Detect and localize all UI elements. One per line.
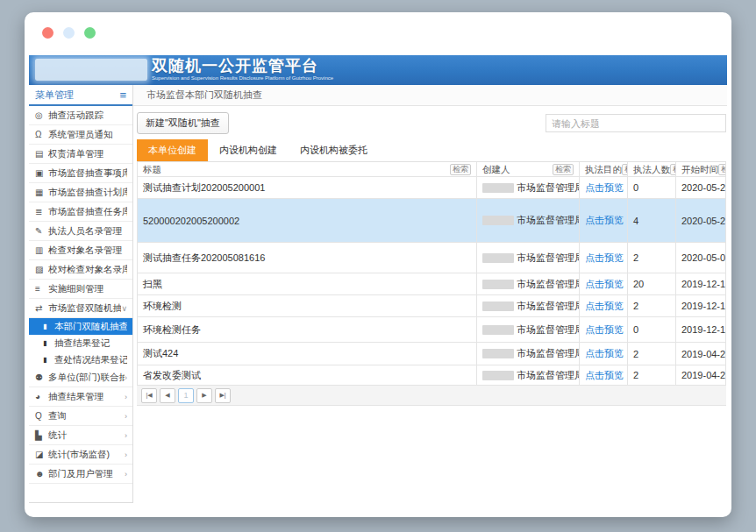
chevron-down-icon: ∨ — [121, 304, 127, 313]
cell-start-date: 2020-05-08 — [676, 243, 725, 273]
creator-name: 市场监督管理局 — [517, 323, 580, 337]
first-page-button[interactable]: |◀ — [141, 388, 157, 403]
table-row[interactable]: 省发改委测试市场监督管理局点击预览22019-04-22 — [138, 365, 725, 386]
sidebar-item-label: 市场监督双随机抽查 — [48, 302, 121, 315]
sidebar-item-市场监督抽查任务库[interactable]: ≣市场监督抽查任务库 — [29, 202, 132, 222]
app-title: 双随机一公开监管平台 — [152, 56, 333, 75]
sidebar-item-部门及用户管理[interactable]: ☻部门及用户管理› — [29, 465, 132, 484]
sidebar-item-label: 查询 — [48, 410, 125, 422]
cell-creator: 市场监督管理局 — [477, 317, 580, 342]
last-page-button[interactable]: ▶| — [215, 388, 231, 403]
cell-purpose: 点击预览 — [580, 199, 628, 242]
creator-name: 市场监督管理局 — [517, 252, 580, 265]
blurred-creator-prefix — [482, 301, 514, 311]
cell-creator: 市场监督管理局 — [477, 273, 580, 294]
tab-内设机构创建[interactable]: 内设机构创建 — [208, 139, 289, 161]
sidebar-item-label: 抽查结果登记 — [54, 337, 127, 350]
table-row[interactable]: 环境检测任务市场监督管理局点击预览02019-12-11 — [138, 317, 725, 343]
bell-icon: Ω — [35, 130, 48, 139]
blurred-creator-prefix — [482, 183, 514, 193]
sidebar-item-label: 统计(市场监督) — [48, 449, 125, 461]
zoom-button[interactable] — [84, 27, 96, 39]
table-header-row: 标题检索创建人检索执法目的检索执法人数检索开始时间检索 — [138, 162, 725, 177]
next-page-button[interactable]: ▶ — [196, 388, 212, 403]
document-icon: ▣ — [35, 168, 48, 178]
cell-start-date: 2019-04-24 — [676, 343, 725, 365]
preview-link[interactable]: 点击预览 — [585, 369, 624, 382]
sidebar-item-市场监督抽查计划库[interactable]: ▦市场监督抽查计划库 — [29, 183, 132, 202]
preview-link[interactable]: 点击预览 — [585, 214, 624, 227]
sidebar-item-查询[interactable]: Q查询› — [29, 407, 132, 426]
preview-link[interactable]: 点击预览 — [585, 181, 624, 195]
creator-name: 市场监督管理局 — [517, 181, 580, 195]
cell-officers: 20 — [628, 273, 676, 294]
app-title-block: 双随机一公开监管平台 Supervision and Supervision R… — [152, 56, 333, 82]
table-row[interactable]: 测试抽查任务202005081616市场监督管理局点击预览22020-05-08 — [138, 243, 725, 273]
table-row[interactable]: 测试424市场监督管理局点击预览22019-04-24 — [138, 343, 725, 365]
rules-icon: ≡ — [35, 284, 48, 294]
sidebar-item-抽查结果登记[interactable]: ▮抽查结果登记 — [29, 335, 132, 351]
preview-link[interactable]: 点击预览 — [585, 252, 624, 265]
tracking-icon: ◎ — [35, 110, 48, 120]
minimize-button[interactable] — [63, 27, 75, 39]
filter-badge[interactable]: 检索 — [622, 164, 628, 175]
filter-badge[interactable]: 检索 — [450, 164, 471, 175]
preview-link[interactable]: 点击预览 — [585, 278, 624, 291]
sidebar-item-权责清单管理[interactable]: ▤权责清单管理 — [29, 145, 132, 164]
sidebar-item-统计[interactable]: ▙统计› — [29, 426, 132, 445]
table-row[interactable]: 环境检测市场监督管理局点击预览22019-12-11 — [138, 295, 725, 317]
sidebar-item-抽查结果管理[interactable]: ◕抽查结果管理› — [29, 387, 132, 407]
cell-creator: 市场监督管理局 — [477, 199, 580, 242]
sidebar-item-多单位(部门)联合抽查[interactable]: ⚉多单位(部门)联合抽查› — [29, 368, 132, 387]
sidebar-item-检查对象名录管理[interactable]: ▥检查对象名录管理 — [29, 241, 132, 260]
cell-officers: 2 — [628, 343, 676, 365]
close-button[interactable] — [42, 27, 53, 39]
tool-icon: ✎ — [35, 226, 48, 236]
file-icon: ▮ — [43, 356, 54, 364]
column-header-标题: 标题检索 — [138, 162, 477, 176]
cell-title: 测试424 — [138, 343, 477, 365]
sidebar-item-校对检查对象名录库[interactable]: ▨校对检查对象名录库 — [29, 260, 132, 280]
sidebar-item-统计(市场监督)[interactable]: ◪统计(市场监督)› — [29, 445, 132, 465]
sidebar-item-系统管理员通知[interactable]: Ω系统管理员通知 — [29, 125, 132, 145]
cell-title: 环境检测任务 — [138, 317, 477, 342]
preview-link[interactable]: 点击预览 — [585, 300, 624, 313]
table-row[interactable]: 扫黑市场监督管理局点击预览202019-12-12 — [138, 273, 725, 295]
tab-内设机构被委托[interactable]: 内设机构被委托 — [289, 139, 379, 161]
filter-badge[interactable]: 检索 — [670, 164, 676, 175]
tab-本单位创建[interactable]: 本单位创建 — [137, 139, 208, 161]
filter-badge[interactable]: 检索 — [718, 164, 725, 175]
current-page-button[interactable]: 1 — [178, 388, 194, 403]
blurred-logo-area — [35, 59, 147, 81]
pie-chart-icon: ◕ — [35, 392, 48, 401]
previous-page-button[interactable]: ◀ — [160, 388, 175, 403]
hamburger-icon[interactable]: ≡ — [119, 89, 126, 101]
blurred-creator-prefix — [482, 349, 514, 358]
sidebar-item-执法人员名录管理[interactable]: ✎执法人员名录管理 — [29, 222, 132, 241]
sidebar-item-查处情况结果登记[interactable]: ▮查处情况结果登记 — [29, 351, 132, 368]
column-header-执法人数: 执法人数检索 — [628, 162, 676, 176]
cell-purpose: 点击预览 — [580, 295, 628, 316]
preview-link[interactable]: 点击预览 — [585, 323, 624, 337]
blurred-creator-prefix — [482, 325, 514, 335]
sidebar-item-市场监督抽查事项库[interactable]: ▣市场监督抽查事项库 — [29, 164, 132, 183]
sidebar-item-市场监督双随机抽查[interactable]: ⇄市场监督双随机抽查∨ — [29, 299, 132, 318]
creator-name: 市场监督管理局 — [517, 278, 580, 291]
filter-badge[interactable]: 检索 — [553, 164, 574, 175]
blurred-creator-prefix — [482, 371, 514, 380]
table-row[interactable]: 测试抽查计划202005200001市场监督管理局点击预览02020-05-20 — [138, 177, 725, 199]
table-row[interactable]: 520000202005200002市场监督管理局点击预览42020-05-20 — [138, 199, 725, 243]
sidebar-item-本部门双随机抽查[interactable]: ▮本部门双随机抽查 — [29, 318, 132, 335]
sidebar-item-实施细则管理[interactable]: ≡实施细则管理 — [29, 280, 132, 299]
chevron-right-icon: › — [125, 470, 127, 479]
title-search-input[interactable] — [546, 114, 726, 132]
cell-start-date: 2019-04-22 — [676, 365, 725, 385]
preview-link[interactable]: 点击预览 — [585, 347, 624, 360]
search-icon: Q — [35, 411, 48, 421]
task-list-icon: ≣ — [35, 207, 48, 216]
sidebar-item-抽查活动跟踪[interactable]: ◎抽查活动跟踪 — [29, 106, 132, 125]
results-table: 标题检索创建人检索执法目的检索执法人数检索开始时间检索 测试抽查计划202005… — [137, 162, 726, 386]
new-double-random-button[interactable]: 新建"双随机"抽查 — [137, 112, 229, 134]
sidebar-item-label: 抽查结果管理 — [48, 391, 125, 403]
file-icon: ▮ — [43, 339, 54, 347]
